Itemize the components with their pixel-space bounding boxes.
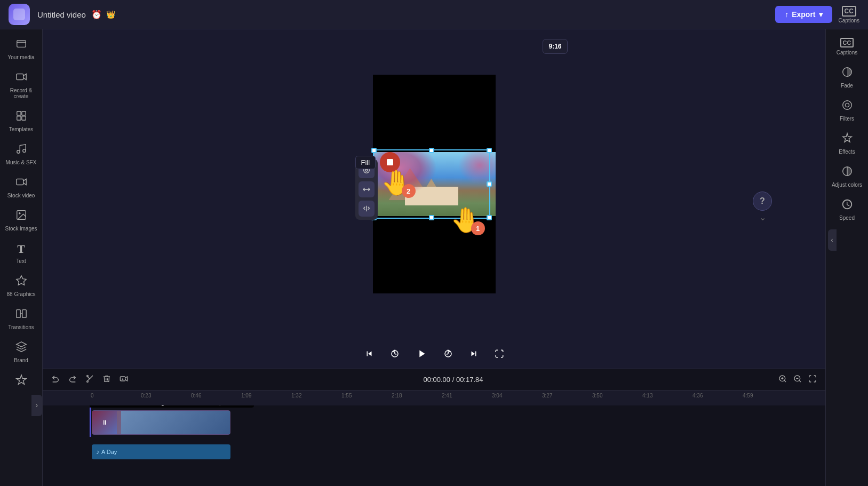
right-item-speed[interactable]: Speed — [828, 194, 866, 225]
ruler-label-8: 3:04 — [491, 393, 541, 399]
sidebar-item-graphics[interactable]: 88 Graphics — [2, 270, 41, 301]
play-button[interactable] — [412, 344, 431, 363]
stock-images-label: Stock images — [5, 226, 37, 232]
captions-right-label: Captions — [837, 50, 857, 55]
ruler-label-12: 4:36 — [691, 393, 742, 399]
filters-icon — [841, 99, 853, 114]
right-sidebar-collapse-button[interactable]: ‹ — [828, 229, 837, 251]
filters-label: Filters — [840, 116, 854, 122]
history-icon: ⏰ — [91, 10, 102, 20]
clip-body — [121, 411, 230, 434]
svg-line-28 — [784, 380, 786, 382]
chevron-down-button[interactable]: ⌄ — [753, 212, 772, 222]
audio-clip[interactable]: ♪ A Day — [92, 444, 230, 459]
sidebar-item-music-sfx[interactable]: Music & SFX — [2, 139, 41, 170]
title-icons: ⏰ 👑 — [91, 10, 115, 20]
video-preview[interactable] — [373, 75, 496, 293]
zoom-in-button[interactable] — [776, 372, 789, 387]
sidebar-item-record-create[interactable]: Record &create — [2, 67, 41, 103]
svg-rect-13 — [22, 310, 26, 318]
brand-icon — [15, 341, 27, 355]
speed-icon — [841, 198, 853, 213]
skip-back-button[interactable] — [361, 345, 378, 362]
record-create-icon — [15, 71, 27, 85]
sidebar-item-stock-images[interactable]: Stock images — [2, 205, 41, 236]
transitions-icon — [15, 308, 27, 322]
sidebar-item-templates[interactable]: Templates — [2, 106, 41, 137]
help-button[interactable]: ? — [753, 192, 772, 211]
main-area: Your media Record &create Templates Musi… — [0, 29, 868, 486]
chevron-down-icon: ⌄ — [759, 212, 766, 222]
adjust-colors-icon — [841, 165, 853, 180]
fade-icon — [841, 66, 853, 81]
app-logo[interactable] — [9, 4, 30, 25]
svg-line-23 — [90, 376, 93, 379]
svg-point-35 — [842, 101, 851, 110]
ruler-labels: 0 0:23 0:46 1:09 1:32 1:55 2:18 2:41 3:0… — [90, 393, 792, 399]
timeline-area: 00:00.00 / 00:17.84 0 — [43, 369, 825, 486]
topbar: Untitled video ⏰ 👑 ↑ Export ▾ CC Caption… — [0, 0, 868, 29]
help-icon: ? — [760, 196, 765, 206]
flowers-right — [458, 152, 496, 184]
undo-button[interactable] — [49, 372, 62, 387]
project-title: Untitled video — [37, 10, 86, 19]
sidebar-item-stock-video[interactable]: Stock video — [2, 172, 41, 203]
music-sfx-label: Music & SFX — [6, 160, 37, 165]
svg-point-10 — [19, 212, 20, 214]
fill-tooltip-group: Fill — [355, 152, 401, 172]
your-media-icon — [15, 38, 27, 52]
sidebar-item-text[interactable]: T Text — [2, 238, 41, 268]
templates-icon — [15, 110, 27, 124]
right-item-adjust-colors[interactable]: Adjust colors — [828, 161, 866, 192]
export-chevron: ▾ — [819, 10, 823, 19]
cut-button[interactable] — [83, 372, 96, 387]
redo-button[interactable] — [66, 372, 79, 387]
fill-drag-icon[interactable] — [380, 152, 400, 172]
fit-view-button[interactable] — [806, 372, 819, 387]
left-sidebar: Your media Record &create Templates Musi… — [0, 29, 43, 486]
stock-video-icon — [15, 176, 27, 190]
speed-label: Speed — [839, 215, 855, 221]
ruler-label-11: 4:13 — [641, 393, 691, 399]
svg-point-36 — [845, 103, 849, 107]
ruler-label-13: 4:59 — [742, 393, 792, 399]
skip-forward-button[interactable] — [465, 345, 482, 362]
fullscreen-button[interactable] — [491, 345, 508, 362]
rewind-button[interactable] — [386, 345, 403, 362]
captions-icon: CC — [842, 6, 856, 17]
right-item-fade[interactable]: Fade — [828, 62, 866, 93]
flip-h-button[interactable] — [359, 201, 375, 217]
export-button[interactable]: ↑ Export ▾ — [775, 6, 832, 23]
right-item-effects[interactable]: Effects — [828, 128, 866, 159]
svg-rect-12 — [16, 310, 20, 318]
zoom-out-button[interactable] — [791, 372, 804, 387]
right-item-captions[interactable]: CC Captions — [828, 34, 866, 60]
stock-video-label: Stock video — [7, 193, 35, 198]
svg-rect-0 — [17, 41, 26, 47]
video-clip[interactable]: ⏸ — [92, 410, 230, 435]
sidebar-item-brand[interactable]: Brand — [2, 337, 41, 368]
sidebar-expand-button[interactable]: › — [31, 395, 42, 416]
effects-icon — [841, 132, 853, 147]
sidebar-item-your-media[interactable]: Your media — [2, 34, 41, 65]
sidebar-item-ai-tools[interactable] — [2, 370, 41, 393]
captions-right-icon: CC — [840, 38, 854, 47]
delete-button[interactable] — [100, 372, 113, 387]
your-media-label: Your media — [7, 54, 34, 60]
sidebar-item-transitions[interactable]: Transitions — [2, 304, 41, 334]
forward-button[interactable] — [440, 345, 457, 362]
flip-v-button[interactable] — [359, 181, 375, 197]
captions-button[interactable]: CC Captions — [839, 6, 859, 23]
ruler-label-7: 2:41 — [441, 393, 491, 399]
add-media-button[interactable] — [117, 372, 130, 387]
svg-marker-11 — [16, 276, 26, 285]
svg-rect-5 — [21, 116, 25, 120]
svg-rect-1 — [16, 74, 23, 80]
graphics-icon — [15, 275, 27, 289]
ruler-label-4: 1:32 — [290, 393, 340, 399]
svg-point-20 — [87, 375, 89, 377]
clip-tooltip: Beautiful small Assos village on Kefalon… — [90, 405, 254, 408]
right-item-filters[interactable]: Filters — [828, 95, 866, 126]
video-clip-thumbnail: ⏸ — [92, 411, 117, 434]
right-sidebar: CC Captions Fade Filters Effects Adjus — [825, 29, 868, 486]
